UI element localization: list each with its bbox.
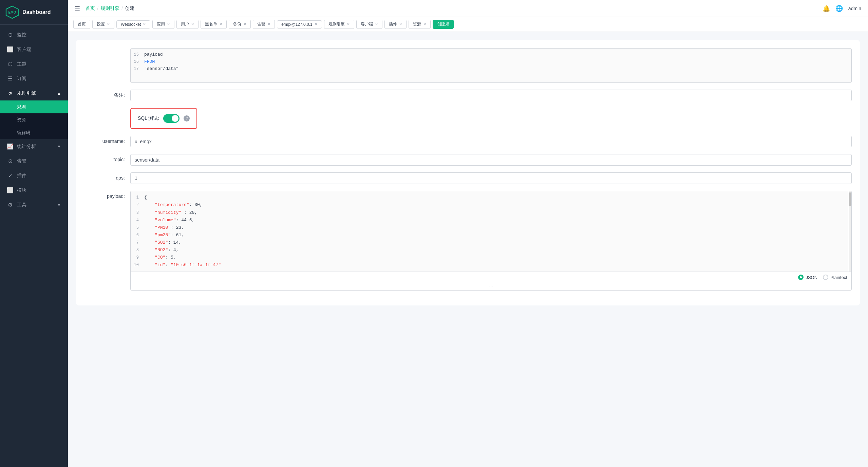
topic-input[interactable] [130, 154, 852, 166]
tab-emqx[interactable]: emqx@127.0.0.1 ✕ [277, 20, 322, 29]
payload-footer: JSON Plaintext [131, 272, 851, 283]
sidebar-item-rules[interactable]: 规则 [0, 100, 68, 113]
tab-websocket[interactable]: Websocket ✕ [116, 20, 150, 29]
tab-resources[interactable]: 资源 ✕ [409, 20, 431, 29]
username-control [130, 136, 852, 147]
breadcrumb-current: 创建 [125, 5, 134, 12]
plugins-icon: ✓ [7, 172, 14, 179]
pline-content-8: "NO2": 4, [144, 246, 178, 254]
pline-content-7: "SO2": 14, [144, 239, 181, 246]
tab-close-backup[interactable]: ✕ [243, 22, 246, 26]
sidebar-label-alerts: 告警 [17, 158, 26, 164]
sidebar-label-subscriptions: 订阅 [17, 76, 26, 82]
sql-test-toggle[interactable] [163, 114, 180, 123]
breadcrumb-rules-engine[interactable]: 规则引擎 [100, 5, 119, 12]
sidebar-nav: ⊙ 监控 ⬜ 客户端 ⬡ 主题 ☰ 订阅 ⌀ 规则引擎 ▲ 规则 [0, 25, 68, 467]
pline-num-6: 6 [131, 232, 144, 239]
tab-home[interactable]: 首页 [73, 20, 90, 29]
sidebar-item-rules-engine[interactable]: ⌀ 规则引擎 ▲ [0, 86, 68, 100]
tab-close-users[interactable]: ✕ [191, 22, 194, 26]
sql-test-box: SQL 测试: ? [130, 108, 197, 129]
sql-dots: ··· [131, 75, 851, 82]
tab-close-plugins[interactable]: ✕ [399, 22, 402, 26]
sidebar: EMQ Dashboard ⊙ 监控 ⬜ 客户端 ⬡ 主题 ☰ 订阅 ⌀ 规则引… [0, 0, 68, 467]
payload-line-2: 2 "temperature": 30, [131, 201, 848, 209]
svg-text:EMQ: EMQ [8, 11, 16, 14]
sidebar-item-codec[interactable]: 编解码 [0, 126, 68, 139]
chevron-down-icon-stats: ▼ [57, 144, 61, 149]
rules-engine-icon: ⌀ [7, 90, 14, 96]
sidebar-item-resources[interactable]: 资源 [0, 113, 68, 126]
breadcrumb-home[interactable]: 首页 [86, 5, 95, 12]
pline-num-8: 8 [131, 247, 144, 254]
tab-close-apps[interactable]: ✕ [167, 22, 170, 26]
sidebar-item-modules[interactable]: ⬜ 模块 [0, 183, 68, 198]
sidebar-item-plugins[interactable]: ✓ 插件 [0, 168, 68, 183]
remark-label: 备注: [84, 90, 125, 98]
sql-line-17: 17 "sensor/data" [131, 66, 851, 73]
help-icon[interactable]: ? [184, 115, 190, 122]
pline-content-10: "id": "10-c6-1f-1a-1f-47" [144, 261, 221, 269]
sidebar-item-subscriptions[interactable]: ☰ 订阅 [0, 71, 68, 86]
pline-content-3: "humidity" : 20, [144, 209, 197, 217]
payload-code[interactable]: 1 { 2 "temperature": 30, 3 "humidi [131, 191, 848, 272]
sidebar-label-tools: 工具 [17, 202, 26, 208]
tab-close-alerts[interactable]: ✕ [267, 22, 270, 26]
sidebar-label-resources: 资源 [17, 117, 26, 123]
sql-label [84, 48, 125, 51]
pline-content-6: "pm25": 61, [144, 231, 184, 239]
menu-icon[interactable]: ☰ [75, 5, 80, 12]
tab-close-resources[interactable]: ✕ [423, 22, 426, 26]
pline-content-4: "volume": 44.5, [144, 217, 194, 224]
sidebar-item-clients[interactable]: ⬜ 客户端 [0, 42, 68, 57]
tab-plugins[interactable]: 插件 ✕ [384, 20, 407, 29]
tab-apps[interactable]: 应用 ✕ [152, 20, 174, 29]
pline-num-7: 7 [131, 239, 144, 246]
sidebar-item-tools[interactable]: ⚙ 工具 ▼ [0, 198, 68, 212]
tab-rules-engine[interactable]: 规则引擎 ✕ [324, 20, 354, 29]
sidebar-item-alerts[interactable]: ⊙ 告警 [0, 154, 68, 168]
payload-line-4: 4 "volume": 44.5, [131, 217, 848, 224]
tab-alerts[interactable]: 告警 ✕ [253, 20, 275, 29]
tab-close-emqx[interactable]: ✕ [315, 22, 318, 26]
format-plaintext[interactable]: Plaintext [823, 275, 847, 280]
create-rule-button[interactable]: 创建规 [433, 20, 454, 29]
admin-label[interactable]: admin [848, 6, 861, 11]
username-input[interactable] [130, 136, 852, 147]
tab-close-clients[interactable]: ✕ [375, 22, 378, 26]
payload-control: 1 { 2 "temperature": 30, 3 "humidi [130, 191, 852, 291]
sql-line-16: 16 FROM [131, 58, 851, 66]
pline-content-5: "PM10": 23, [144, 224, 184, 231]
sql-editor[interactable]: 15 payload 16 FROM 17 "sensor/data" [130, 48, 852, 83]
tab-users[interactable]: 用户 ✕ [176, 20, 199, 29]
format-json[interactable]: JSON [798, 275, 817, 280]
topics-icon: ⬡ [7, 61, 14, 67]
stats-icon: 📈 [7, 143, 14, 150]
sidebar-label-topics: 主题 [17, 61, 26, 67]
scrollbar-thumb[interactable] [849, 192, 851, 206]
notification-icon[interactable]: 🔔 [823, 5, 830, 12]
header: ☰ 首页 / 规则引擎 / 创建 🔔 🌐 admin [68, 0, 868, 17]
payload-line-3: 3 "humidity" : 20, [131, 209, 848, 217]
sidebar-item-stats[interactable]: 📈 统计分析 ▼ [0, 139, 68, 154]
pline-num-2: 2 [131, 202, 144, 208]
content-area: 15 payload 16 FROM 17 "sensor/data" [68, 32, 868, 467]
sidebar-item-monitor[interactable]: ⊙ 监控 [0, 27, 68, 42]
sql-test-label: SQL 测试: [138, 115, 159, 122]
tab-close-blacklist[interactable]: ✕ [219, 22, 222, 26]
tab-clients[interactable]: 客户端 ✕ [356, 20, 382, 29]
qos-control [130, 172, 852, 184]
alerts-icon: ⊙ [7, 158, 14, 164]
tab-close-rules-engine[interactable]: ✕ [347, 22, 350, 26]
tab-blacklist[interactable]: 黑名单 ✕ [201, 20, 227, 29]
tab-close-websocket[interactable]: ✕ [143, 22, 146, 26]
sql-code-editor: 15 payload 16 FROM 17 "sensor/data" [130, 48, 852, 83]
qos-input[interactable] [130, 172, 852, 184]
sidebar-item-topics[interactable]: ⬡ 主题 [0, 57, 68, 71]
globe-icon[interactable]: 🌐 [835, 5, 843, 12]
remark-input[interactable] [130, 90, 852, 101]
tab-settings[interactable]: 设置 ✕ [92, 20, 114, 29]
tab-backup[interactable]: 备份 ✕ [229, 20, 251, 29]
tab-close-settings[interactable]: ✕ [107, 22, 110, 26]
qos-label: qos: [84, 172, 125, 181]
